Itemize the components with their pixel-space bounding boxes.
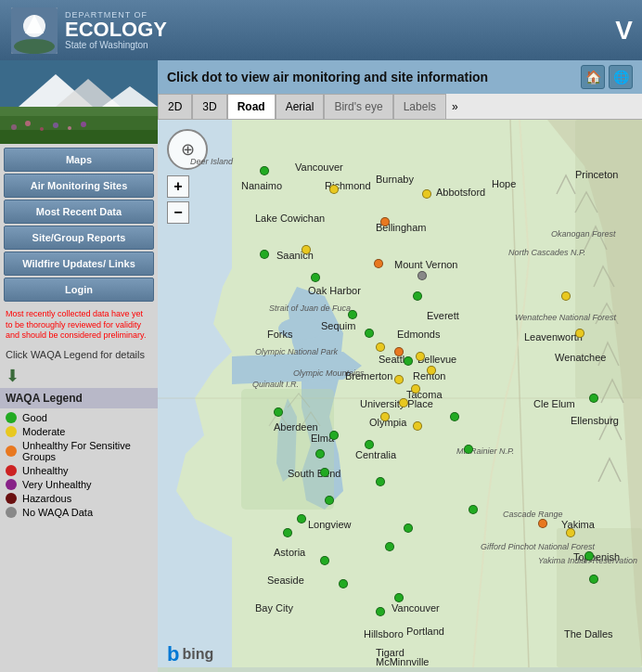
header-version: V xyxy=(615,16,633,45)
legend-label-hazardous: Hazardous xyxy=(22,493,71,504)
monitoring-site-dot[interactable] xyxy=(274,407,283,417)
legend-item-hazardous: Hazardous xyxy=(6,493,152,504)
nav-btn-maps[interactable]: Maps xyxy=(4,148,154,172)
compass-control[interactable]: ⊕ xyxy=(167,129,208,170)
monitoring-site-dot[interactable] xyxy=(561,291,571,301)
map-ctrl-road[interactable]: Road xyxy=(227,94,276,120)
monitoring-site-dot[interactable] xyxy=(376,477,385,486)
map-ctrl-chevron[interactable]: » xyxy=(446,97,464,117)
map-area: Click dot to view air monitoring and sit… xyxy=(158,60,642,672)
monitoring-site-dot[interactable] xyxy=(385,542,394,551)
monitoring-site-dot[interactable] xyxy=(566,528,575,537)
map-viewport[interactable]: ⊕ + − b bing VancouverNanaimoRichmondBur… xyxy=(158,120,642,672)
svg-point-14 xyxy=(53,123,58,128)
preliminary-notice: Most recently collected data have yet to… xyxy=(0,305,158,345)
map-ctrl-labels[interactable]: Labels xyxy=(393,94,446,120)
monitoring-site-dot[interactable] xyxy=(320,468,329,477)
zoom-out-button[interactable]: − xyxy=(167,201,189,224)
legend-label-unhealthy-sensitive: Unhealthy For Sensitive Groups xyxy=(22,440,152,462)
legend-item-no-data: No WAQA Data xyxy=(6,507,152,518)
legend-label-very-unhealthy: Very Unhealthy xyxy=(22,479,92,490)
map-ctrl-aerial[interactable]: Aerial xyxy=(276,94,325,120)
legend-item-good: Good xyxy=(6,412,152,423)
svg-rect-22 xyxy=(575,120,642,398)
bing-b-icon: b xyxy=(167,642,179,666)
monitoring-site-dot[interactable] xyxy=(464,445,473,454)
map-bar-text: Click dot to view air monitoring and sit… xyxy=(167,70,488,84)
monitoring-site-dot[interactable] xyxy=(394,375,404,384)
monitoring-site-dot[interactable] xyxy=(416,352,425,361)
map-ctrl-2d[interactable]: 2D xyxy=(158,94,192,120)
monitoring-site-dot[interactable] xyxy=(417,271,427,280)
header: DEPARTMENT OF ECOLOGY State of Washingto… xyxy=(0,0,642,60)
svg-rect-10 xyxy=(0,130,158,144)
monitoring-site-dot[interactable] xyxy=(450,412,459,421)
monitoring-site-dot[interactable] xyxy=(394,347,404,356)
legend-label-unhealthy: Unhealthy xyxy=(22,465,69,476)
map-ctrl-birds-eye[interactable]: Bird's eye xyxy=(324,94,392,120)
monitoring-site-dot[interactable] xyxy=(575,329,584,338)
monitoring-site-dot[interactable] xyxy=(374,259,383,268)
legend-dot-moderate xyxy=(6,426,17,437)
legend-item-unhealthy-sensitive: Unhealthy For Sensitive Groups xyxy=(6,440,152,462)
monitoring-site-dot[interactable] xyxy=(376,607,385,616)
legend-dot-hazardous xyxy=(6,493,17,504)
monitoring-site-dot[interactable] xyxy=(315,449,325,459)
monitoring-site-dot[interactable] xyxy=(589,575,598,584)
monitoring-site-dot[interactable] xyxy=(283,528,292,537)
legend-label-no-data: No WAQA Data xyxy=(22,507,93,518)
monitoring-site-dot[interactable] xyxy=(329,431,339,440)
monitoring-site-dot[interactable] xyxy=(589,394,598,403)
map-background xyxy=(158,120,642,667)
monitoring-site-dot[interactable] xyxy=(325,496,334,505)
monitoring-site-dot[interactable] xyxy=(365,329,374,338)
waqa-arrow-icon: ⬇ xyxy=(0,364,158,388)
waqa-legend-link[interactable]: Click WAQA Legend for details xyxy=(0,345,158,364)
nav-btn-wildfire[interactable]: Wildfire Updates/ Links xyxy=(4,252,154,276)
monitoring-site-dot[interactable] xyxy=(297,514,306,523)
monitoring-site-dot[interactable] xyxy=(584,551,594,561)
legend-item-very-unhealthy: Very Unhealthy xyxy=(6,479,152,490)
monitoring-site-dot[interactable] xyxy=(376,342,385,352)
legend-label-good: Good xyxy=(22,412,47,423)
monitoring-site-dot[interactable] xyxy=(404,523,413,533)
svg-point-13 xyxy=(40,127,44,131)
monitoring-site-dot[interactable] xyxy=(380,217,390,226)
monitoring-site-dot[interactable] xyxy=(469,505,478,514)
monitoring-site-dot[interactable] xyxy=(302,245,311,254)
monitoring-site-dot[interactable] xyxy=(394,593,404,602)
zoom-in-button[interactable]: + xyxy=(167,175,189,198)
monitoring-site-dot[interactable] xyxy=(365,440,374,449)
monitoring-site-dot[interactable] xyxy=(411,384,420,394)
monitoring-site-dot[interactable] xyxy=(413,291,422,301)
header-logo: DEPARTMENT OF ECOLOGY State of Washingto… xyxy=(11,7,167,54)
monitoring-site-dot[interactable] xyxy=(380,412,390,421)
header-subtitle: State of Washington xyxy=(65,40,167,50)
monitoring-site-dot[interactable] xyxy=(339,579,348,588)
nav-btn-site-reports[interactable]: Site/Group Reports xyxy=(4,226,154,250)
monitoring-site-dot[interactable] xyxy=(422,189,431,199)
nav-btn-login[interactable]: Login xyxy=(4,278,154,302)
monitoring-site-dot[interactable] xyxy=(404,356,413,366)
monitoring-site-dot[interactable] xyxy=(311,273,320,282)
header-title: ECOLOGY xyxy=(65,19,167,40)
svg-point-12 xyxy=(25,121,31,126)
monitoring-site-dot[interactable] xyxy=(399,398,408,407)
legend-dot-no-data xyxy=(6,507,17,518)
monitoring-site-dot[interactable] xyxy=(329,185,339,194)
monitoring-site-dot[interactable] xyxy=(260,166,269,175)
svg-point-11 xyxy=(11,124,17,130)
bing-logo: b bing xyxy=(167,642,213,666)
map-ctrl-3d[interactable]: 3D xyxy=(192,94,226,120)
monitoring-site-dot[interactable] xyxy=(538,519,547,528)
monitoring-site-dot[interactable] xyxy=(413,421,422,431)
monitoring-site-dot[interactable] xyxy=(260,250,269,259)
nav-btn-air-monitoring[interactable]: Air Monitoring Sites xyxy=(4,174,154,198)
monitoring-site-dot[interactable] xyxy=(320,556,329,565)
nav-btn-recent-data[interactable]: Most Recent Data xyxy=(4,200,154,224)
bing-text: bing xyxy=(182,646,213,663)
monitoring-site-dot[interactable] xyxy=(348,310,357,319)
globe-icon[interactable]: 🌐 xyxy=(609,65,633,89)
home-icon[interactable]: 🏠 xyxy=(581,65,605,89)
monitoring-site-dot[interactable] xyxy=(427,366,436,375)
